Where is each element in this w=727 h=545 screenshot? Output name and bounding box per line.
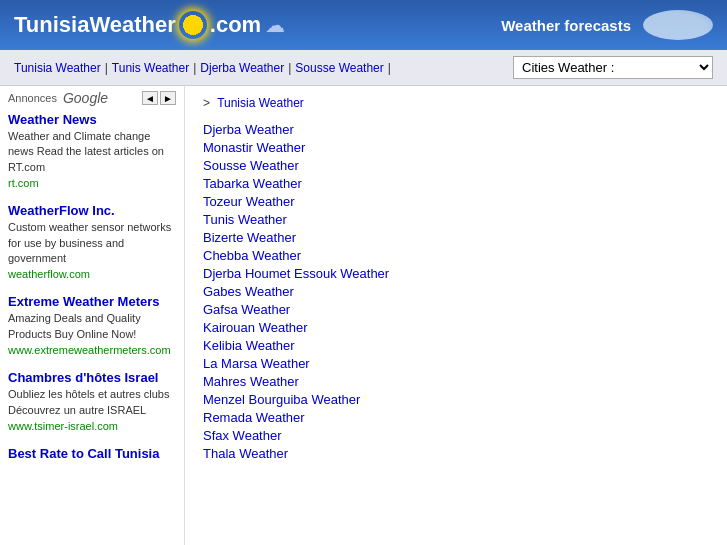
ad-url-1: weatherflow.com: [8, 268, 176, 280]
cities-dropdown-wrap: Cities Weather :: [513, 56, 713, 79]
city-link-item-2: Sousse Weather: [203, 158, 709, 173]
ad-title-link-2[interactable]: Extreme Weather Meters: [8, 294, 160, 309]
ad-block-1: WeatherFlow Inc.Custom weather sensor ne…: [8, 203, 176, 280]
city-link-15[interactable]: Menzel Bourguiba Weather: [203, 392, 360, 407]
nav-link-1[interactable]: Tunis Weather: [112, 61, 189, 75]
content: Annonces Google ◄ ► Weather NewsWeather …: [0, 86, 727, 545]
breadcrumb: > Tunisia Weather: [203, 96, 709, 110]
annonces-header: Annonces Google ◄ ►: [8, 90, 176, 106]
city-link-item-11: Kairouan Weather: [203, 320, 709, 335]
annonces-label: Annonces: [8, 92, 57, 104]
city-link-item-16: Remada Weather: [203, 410, 709, 425]
city-link-item-5: Tunis Weather: [203, 212, 709, 227]
city-link-item-14: Mahres Weather: [203, 374, 709, 389]
ad-title-link-1[interactable]: WeatherFlow Inc.: [8, 203, 115, 218]
nav-links: Tunisia Weather | Tunis Weather | Djerba…: [14, 61, 395, 75]
ad-desc-2: Amazing Deals and Quality Products Buy O…: [8, 311, 176, 342]
city-link-item-17: Sfax Weather: [203, 428, 709, 443]
city-link-13[interactable]: La Marsa Weather: [203, 356, 310, 371]
arrow-prev[interactable]: ◄: [142, 91, 158, 105]
city-link-3[interactable]: Tabarka Weather: [203, 176, 302, 191]
ad-title-0: Weather News: [8, 112, 176, 127]
nav-separator: |: [105, 61, 108, 75]
cities-weather-select[interactable]: Cities Weather :: [513, 56, 713, 79]
nav-separator-trail: |: [388, 61, 391, 75]
ad-block-2: Extreme Weather MetersAmazing Deals and …: [8, 294, 176, 356]
ad-desc-0: Weather and Climate change news Read the…: [8, 129, 176, 175]
ad-title-3: Chambres d'hôtes Israel: [8, 370, 176, 385]
cloud-icon: ☁: [265, 13, 285, 37]
nav-link-3[interactable]: Sousse Weather: [295, 61, 384, 75]
ad-block-4: Best Rate to Call Tunisia: [8, 446, 176, 461]
city-link-4[interactable]: Tozeur Weather: [203, 194, 295, 209]
city-link-item-9: Gabes Weather: [203, 284, 709, 299]
city-link-0[interactable]: Djerba Weather: [203, 122, 294, 137]
city-link-item-18: Thala Weather: [203, 446, 709, 461]
ad-title-4: Best Rate to Call Tunisia: [8, 446, 176, 461]
city-link-item-3: Tabarka Weather: [203, 176, 709, 191]
city-link-12[interactable]: Kelibia Weather: [203, 338, 295, 353]
ad-title-link-3[interactable]: Chambres d'hôtes Israel: [8, 370, 158, 385]
weather-forecasts-label: Weather forecasts: [501, 17, 631, 34]
header: TunisiaWeather .com ☁ Weather forecasts: [0, 0, 727, 50]
ad-title-2: Extreme Weather Meters: [8, 294, 176, 309]
sun-icon: [179, 11, 207, 39]
city-link-16[interactable]: Remada Weather: [203, 410, 305, 425]
city-link-14[interactable]: Mahres Weather: [203, 374, 299, 389]
ad-url-3: www.tsimer-israel.com: [8, 420, 176, 432]
city-link-18[interactable]: Thala Weather: [203, 446, 288, 461]
sidebar-nav-arrows: ◄ ►: [142, 91, 176, 105]
city-link-17[interactable]: Sfax Weather: [203, 428, 282, 443]
navbar: Tunisia Weather | Tunis Weather | Djerba…: [0, 50, 727, 86]
city-link-item-6: Bizerte Weather: [203, 230, 709, 245]
city-link-item-13: La Marsa Weather: [203, 356, 709, 371]
city-link-item-15: Menzel Bourguiba Weather: [203, 392, 709, 407]
breadcrumb-link[interactable]: Tunisia Weather: [217, 96, 304, 110]
breadcrumb-arrow: >: [203, 96, 210, 110]
city-link-item-8: Djerba Houmet Essouk Weather: [203, 266, 709, 281]
sidebar: Annonces Google ◄ ► Weather NewsWeather …: [0, 86, 185, 545]
city-links: Djerba WeatherMonastir WeatherSousse Wea…: [203, 122, 709, 461]
ad-url-2: www.extremeweathermeters.com: [8, 344, 176, 356]
city-link-item-1: Monastir Weather: [203, 140, 709, 155]
ad-block-3: Chambres d'hôtes IsraelOubliez les hôtel…: [8, 370, 176, 432]
ad-desc-1: Custom weather sensor networks for use b…: [8, 220, 176, 266]
nav-link-2[interactable]: Djerba Weather: [200, 61, 284, 75]
city-link-item-0: Djerba Weather: [203, 122, 709, 137]
city-link-item-7: Chebba Weather: [203, 248, 709, 263]
ad-url-0: rt.com: [8, 177, 176, 189]
city-link-item-10: Gafsa Weather: [203, 302, 709, 317]
arrow-next[interactable]: ►: [160, 91, 176, 105]
ad-desc-3: Oubliez les hôtels et autres clubs Décou…: [8, 387, 176, 418]
city-link-11[interactable]: Kairouan Weather: [203, 320, 308, 335]
ad-title-link-4[interactable]: Best Rate to Call Tunisia: [8, 446, 159, 461]
main-content: > Tunisia Weather Djerba WeatherMonastir…: [185, 86, 727, 545]
nav-separator: |: [288, 61, 291, 75]
city-link-5[interactable]: Tunis Weather: [203, 212, 287, 227]
city-link-item-12: Kelibia Weather: [203, 338, 709, 353]
city-link-7[interactable]: Chebba Weather: [203, 248, 301, 263]
city-link-10[interactable]: Gafsa Weather: [203, 302, 290, 317]
city-link-1[interactable]: Monastir Weather: [203, 140, 305, 155]
ad-block-0: Weather NewsWeather and Climate change n…: [8, 112, 176, 189]
city-link-9[interactable]: Gabes Weather: [203, 284, 294, 299]
ads-container: Weather NewsWeather and Climate change n…: [8, 112, 176, 461]
ad-title-1: WeatherFlow Inc.: [8, 203, 176, 218]
nav-link-0[interactable]: Tunisia Weather: [14, 61, 101, 75]
city-link-2[interactable]: Sousse Weather: [203, 158, 299, 173]
city-link-item-4: Tozeur Weather: [203, 194, 709, 209]
city-link-6[interactable]: Bizerte Weather: [203, 230, 296, 245]
logo-text-right: .com: [210, 12, 261, 38]
city-link-8[interactable]: Djerba Houmet Essouk Weather: [203, 266, 389, 281]
logo-text-left: TunisiaWeather: [14, 12, 176, 38]
cloud-decoration: [643, 10, 713, 40]
google-label: Google: [63, 90, 108, 106]
logo-area: TunisiaWeather .com ☁: [14, 11, 285, 39]
nav-separator: |: [193, 61, 196, 75]
header-right: Weather forecasts: [501, 10, 713, 40]
ad-title-link-0[interactable]: Weather News: [8, 112, 97, 127]
